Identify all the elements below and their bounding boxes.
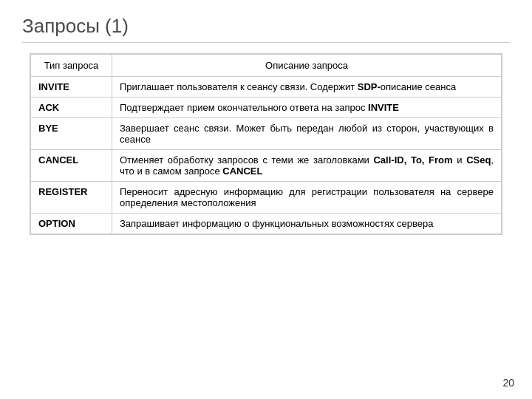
row-desc-invite: Приглашает пользователя к сеансу связи. … <box>112 77 502 98</box>
row-type-ack: ACK <box>31 98 112 118</box>
cancel-fields-highlight: Call-ID, To, From <box>373 154 452 166</box>
page-number: 20 <box>502 377 514 389</box>
row-desc-register: Переносит адресную информацию для регист… <box>112 182 502 214</box>
page-container: Запросы (1) Тип запроса Описание запроса… <box>0 0 532 399</box>
row-desc-ack: Подтверждает прием окончательного ответа… <box>112 98 502 118</box>
table-row: INVITE Приглашает пользователя к сеансу … <box>31 77 502 98</box>
row-type-register: REGISTER <box>31 182 112 214</box>
col-header-description: Описание запроса <box>112 55 502 77</box>
cancel-highlight: CANCEL <box>222 166 262 177</box>
row-type-bye: BYE <box>31 118 112 150</box>
table-row: BYE Завершает сеанс связи. Может быть пе… <box>31 118 502 150</box>
row-desc-cancel: Отменяет обработку запросов с теми же за… <box>112 150 502 182</box>
page-title: Запросы (1) <box>22 15 510 43</box>
row-desc-option: Запрашивает информацию о функциональных … <box>112 214 502 234</box>
row-type-cancel: CANCEL <box>31 150 112 182</box>
table-row: ACK Подтверждает прием окончательного от… <box>31 98 502 118</box>
cseq-highlight: CSeq <box>466 154 491 166</box>
col-header-type: Тип запроса <box>31 55 112 77</box>
table-header-row: Тип запроса Описание запроса <box>31 55 502 77</box>
row-desc-bye: Завершает сеанс связи. Может быть переда… <box>112 118 502 150</box>
row-type-option: OPTION <box>31 214 112 234</box>
requests-table-wrapper: Тип запроса Описание запроса INVITE Приг… <box>30 53 502 235</box>
invite-highlight: INVITE <box>368 102 399 113</box>
table-row: OPTION Запрашивает информацию о функцион… <box>31 214 502 234</box>
table-row: CANCEL Отменяет обработку запросов с тем… <box>31 150 502 182</box>
requests-table: Тип запроса Описание запроса INVITE Приг… <box>30 54 502 234</box>
table-row: REGISTER Переносит адресную информацию д… <box>31 182 502 214</box>
row-type-invite: INVITE <box>31 77 112 98</box>
sdp-highlight: SDP- <box>358 81 381 92</box>
